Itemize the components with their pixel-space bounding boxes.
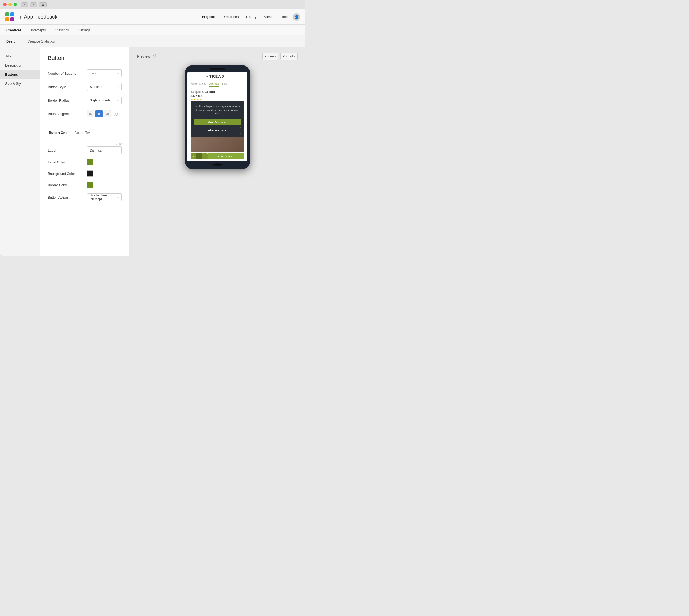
button-style-select[interactable]: Standard ▾ <box>87 83 122 91</box>
config-panel: Button Number of Buttons Two ▾ Button St… <box>40 47 129 256</box>
button-style-value: Standard <box>90 85 103 89</box>
chevron-down-icon: ▾ <box>117 99 119 102</box>
border-radius-row: Border Radius Slightly rounded ▾ <box>48 96 122 104</box>
preview-header: Preview i Phone ▾ Portrait ▾ <box>137 53 298 60</box>
preview-text: Preview <box>137 54 150 59</box>
close-button[interactable] <box>3 3 6 6</box>
char-count: 7/40 <box>48 142 122 145</box>
nav-library[interactable]: Library <box>246 15 257 19</box>
app-brand: ✦ TREAD <box>206 74 224 79</box>
brand-name: TREAD <box>209 74 224 79</box>
subnav-statistics[interactable]: Statistics <box>54 28 70 35</box>
subnav-intercepts[interactable]: Intercepts <box>30 28 47 35</box>
button-action-select[interactable]: Use to close intercept ▾ <box>87 193 122 201</box>
brand-icon: ✦ <box>206 75 208 78</box>
titlebar: ‹ › ⊟ <box>0 0 305 9</box>
main-content: Title Description Buttons Size & Style B… <box>0 47 305 256</box>
phone-screen: ‹ ✦ TREAD Home Shoes Outerwear <box>187 72 247 161</box>
phone-screen-bottom <box>187 159 247 161</box>
nav-help[interactable]: Help <box>281 15 287 19</box>
subnav-settings[interactable]: Settings <box>77 28 92 35</box>
label-field-label: Label <box>48 149 87 152</box>
chevron-down-icon: ▾ <box>275 55 276 58</box>
number-of-buttons-row: Number of Buttons Two ▾ <box>48 69 122 77</box>
border-radius-value: Slightly rounded <box>90 98 112 102</box>
product-price: $375.00 <box>191 94 244 98</box>
fullscreen-button[interactable] <box>14 3 17 6</box>
device-value: Phone <box>265 54 274 58</box>
tab-button-one[interactable]: Button One <box>48 129 68 137</box>
qty-minus: − <box>191 153 196 159</box>
align-left-button[interactable] <box>87 110 94 117</box>
tab-creative-statistics[interactable]: Creative Statistics <box>26 39 56 43</box>
traffic-lights <box>3 3 17 6</box>
button-style-label: Button Style <box>48 85 87 89</box>
logo-dot-green <box>5 12 9 16</box>
sidebar-item-description[interactable]: Description <box>0 61 40 70</box>
background-color-label: Background Color <box>48 172 87 176</box>
minimize-button[interactable] <box>8 3 12 6</box>
app-nav-home: Home <box>191 81 197 87</box>
sidebar: Title Description Buttons Size & Style <box>0 47 40 256</box>
orientation-select[interactable]: Portrait ▾ <box>280 53 298 60</box>
app-back-button: ‹ <box>191 74 192 79</box>
button-style-row: Button Style Standard ▾ <box>48 83 122 91</box>
border-color-swatch[interactable] <box>87 182 93 188</box>
sidebar-item-buttons[interactable]: Buttons <box>0 70 40 79</box>
chevron-down-icon: ▾ <box>117 86 119 88</box>
nav-admin[interactable]: Admin <box>264 15 273 19</box>
border-radius-label: Border Radius <box>48 98 87 103</box>
overlay-btn-secondary: Give Feedback <box>194 127 241 134</box>
user-avatar[interactable]: 👤 <box>293 13 300 21</box>
sidebar-item-size-style[interactable]: Size & Style <box>0 79 40 88</box>
number-of-buttons-select[interactable]: Two ▾ <box>87 69 122 77</box>
layout-icon: ⊟ <box>42 3 44 6</box>
logo-dot-blue <box>10 12 14 16</box>
forward-icon: › <box>33 3 34 6</box>
add-to-cart-row: − 1 + ADD TO CART <box>191 153 244 159</box>
topnav-links: Projects Directories Library Admin Help <box>202 15 287 19</box>
overlay-text: Would you help us improve your experienc… <box>194 105 241 115</box>
tab-button-two[interactable]: Button Two <box>73 129 93 137</box>
sidebar-item-title[interactable]: Title <box>0 52 40 61</box>
chevron-down-icon: ▾ <box>294 55 295 58</box>
preview-info-icon[interactable]: i <box>153 54 157 59</box>
product-image <box>191 137 244 152</box>
chevron-down-icon: ▾ <box>117 72 119 75</box>
button-tabs: Button One Button Two <box>48 129 122 137</box>
nav-directories[interactable]: Directories <box>223 15 239 19</box>
background-color-swatch[interactable] <box>87 170 93 177</box>
button-alignment-label: Button Alignment <box>48 112 87 116</box>
app-header: ‹ ✦ TREAD <box>187 72 247 81</box>
phone-mockup: ‹ ✦ TREAD Home Shoes Outerwear <box>185 65 250 169</box>
tab-design[interactable]: Design <box>5 39 19 43</box>
button-action-row: Button Action Use to close intercept ▾ <box>48 193 122 201</box>
logo-dot-purple <box>10 18 14 21</box>
back-button[interactable]: ‹ <box>21 2 28 7</box>
align-center-button[interactable] <box>95 110 103 117</box>
app-nav: Home Shoes Outerwear Bags <box>187 81 247 87</box>
number-of-buttons-value: Two <box>90 71 95 75</box>
border-color-row: Border Color <box>48 182 122 188</box>
orientation-value: Portrait <box>283 54 293 58</box>
overlay-btn-primary: Give Feedback <box>194 119 241 126</box>
label-row: Label <box>48 146 122 154</box>
button-action-label: Button Action <box>48 195 87 199</box>
alignment-info-icon[interactable]: i <box>113 112 118 116</box>
subnav-creatives[interactable]: Creatives <box>5 28 23 35</box>
device-select[interactable]: Phone ▾ <box>262 53 278 60</box>
nav-controls: ‹ › ⊟ <box>21 2 47 7</box>
main-window: ‹ › ⊟ In App Feedback Projects Directori… <box>0 0 305 256</box>
layout-button[interactable]: ⊟ <box>39 2 47 7</box>
design-tabs: Design Creative Statistics <box>0 36 305 47</box>
label-input[interactable] <box>87 146 122 154</box>
label-color-swatch[interactable] <box>87 159 93 165</box>
align-right-button[interactable] <box>104 110 111 117</box>
phone-container: ‹ ✦ TREAD Home Shoes Outerwear <box>137 65 298 250</box>
nav-projects[interactable]: Projects <box>202 15 215 19</box>
button-alignment-row: Button Alignment i <box>48 110 122 117</box>
phone-home-button <box>212 163 223 166</box>
border-radius-select[interactable]: Slightly rounded ▾ <box>87 96 122 104</box>
app-nav-outerwear: Outerwear <box>209 81 219 87</box>
forward-button[interactable]: › <box>30 2 37 7</box>
